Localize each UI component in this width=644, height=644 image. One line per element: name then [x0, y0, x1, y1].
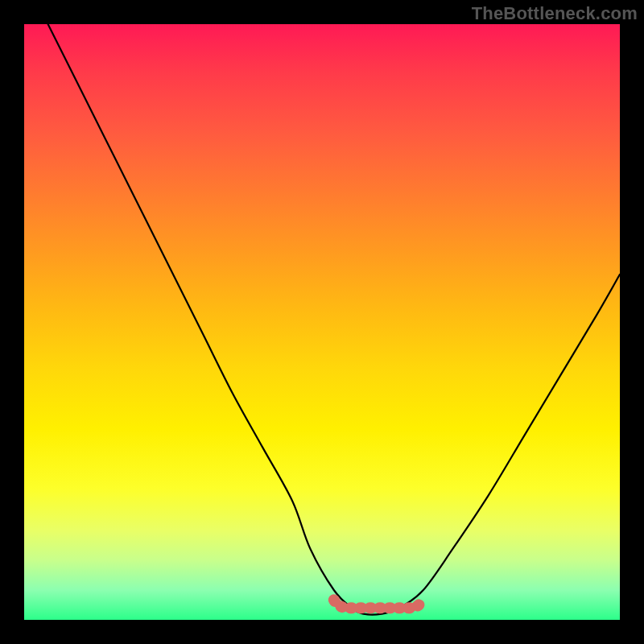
plot-area — [24, 24, 620, 620]
chart-frame: TheBottleneck.com — [0, 0, 644, 644]
bottleneck-curve — [24, 24, 620, 620]
watermark-text: TheBottleneck.com — [472, 3, 638, 24]
curve-line — [48, 24, 620, 615]
